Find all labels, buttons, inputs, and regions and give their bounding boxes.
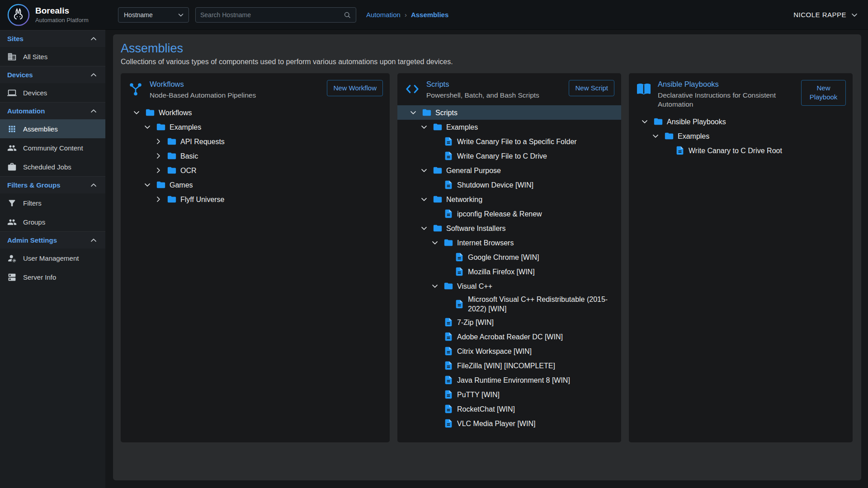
chevron-spacer xyxy=(430,346,440,356)
tree-item-microsoft-visual-c-redistributable-2015-2022-win[interactable]: Microsoft Visual C++ Redistributable (20… xyxy=(397,293,621,315)
ansible-playbooks-panel: Ansible Playbooks Declarative Instructio… xyxy=(629,73,853,442)
sidebar-nav: SitesAll SitesDevicesDevicesAutomationAs… xyxy=(0,30,105,286)
sidebar-item-user-management[interactable]: User Management xyxy=(0,249,105,267)
tree-item-label: Write Canary to C Drive Root xyxy=(689,145,782,157)
assemblies-page: Assemblies Collections of various types … xyxy=(113,34,861,480)
tree-item-ipconfig-release-renew[interactable]: ipconfig Release & Renew xyxy=(397,206,621,221)
search-input[interactable] xyxy=(200,11,343,19)
tree-item-ocr[interactable]: OCR xyxy=(121,163,390,178)
chevron-down-icon[interactable] xyxy=(419,165,429,175)
breadcrumb-automation[interactable]: Automation xyxy=(366,11,401,19)
breadcrumb-assemblies[interactable]: Assemblies xyxy=(411,11,448,19)
chevron-down-icon[interactable] xyxy=(419,194,429,204)
chevron-down-icon[interactable] xyxy=(651,131,660,141)
tree-item-examples[interactable]: Examples xyxy=(629,129,853,143)
chevron-down-icon[interactable] xyxy=(430,238,440,248)
tree-item-label: Internet Browsers xyxy=(457,237,514,249)
chevron-spacer xyxy=(430,332,440,342)
tree-item-games[interactable]: Games xyxy=(121,178,390,192)
tree-item-basic[interactable]: Basic xyxy=(121,149,390,163)
book-icon xyxy=(636,81,652,97)
folder-icon xyxy=(433,223,443,233)
search-icon[interactable] xyxy=(343,11,351,19)
chevron-spacer xyxy=(430,151,440,161)
tree-item-filezilla-win-incomplete[interactable]: FileZilla [WIN] [INCOMPLETE] xyxy=(397,358,621,373)
chevron-down-icon[interactable] xyxy=(640,117,650,127)
tree-item-shutdown-device-win[interactable]: Shutdown Device [WIN] xyxy=(397,178,621,192)
tree-item-software-installers[interactable]: Software Installers xyxy=(397,221,621,235)
chevron-spacer xyxy=(430,404,440,414)
tree-item-ansible-playbooks[interactable]: Ansible Playbooks xyxy=(629,114,853,129)
tree-item-putty-win[interactable]: PuTTY [WIN] xyxy=(397,387,621,402)
scripts-panel-header: Scripts Powershell, Batch, and Bash Scri… xyxy=(397,80,621,100)
tree-item-citrix-workspace-win[interactable]: Citrix Workspace [WIN] xyxy=(397,344,621,358)
new-workflow-button[interactable]: New Workflow xyxy=(327,80,383,96)
panel-subtitle: Powershell, Batch, and Bash Scripts xyxy=(426,91,563,100)
tree-item-write-canary-to-c-drive-root[interactable]: Write Canary to C Drive Root xyxy=(629,143,853,158)
sidebar-item-groups[interactable]: Groups xyxy=(0,212,105,231)
chevron-down-icon[interactable] xyxy=(430,281,440,291)
tree-item-7-zip-win[interactable]: 7-Zip [WIN] xyxy=(397,315,621,329)
breadcrumb-separator: › xyxy=(405,11,407,19)
tree-item-vlc-media-player-win[interactable]: VLC Media Player [WIN] xyxy=(397,416,621,431)
tree-item-examples[interactable]: Examples xyxy=(121,120,390,134)
brand: Borealis Automation Platform xyxy=(0,4,105,26)
sidebar-section-filters-groups[interactable]: Filters & Groups xyxy=(0,176,105,193)
sidebar-section-admin-settings[interactable]: Admin Settings xyxy=(0,231,105,249)
sidebar-item-scheduled-jobs[interactable]: Scheduled Jobs xyxy=(0,157,105,176)
tree-item-label: Write Canary File to a Specific Folder xyxy=(457,136,577,148)
folder-icon xyxy=(443,238,453,248)
tree-item-api-requests[interactable]: API Requests xyxy=(121,134,390,149)
chevron-up-icon xyxy=(89,236,98,245)
tree-item-visual-c[interactable]: Visual C++ xyxy=(397,279,621,293)
sidebar-item-assemblies[interactable]: Assemblies xyxy=(0,119,105,138)
tree-item-general-purpose[interactable]: General Purpose xyxy=(397,163,621,178)
chevron-right-icon[interactable] xyxy=(153,136,163,146)
tree-item-label: Basic xyxy=(180,150,198,162)
chevron-right-icon[interactable] xyxy=(153,194,163,204)
ansible-panel-titles: Ansible Playbooks Declarative Instructio… xyxy=(658,80,795,109)
tree-item-adobe-acrobat-reader-dc-win[interactable]: Adobe Acrobat Reader DC [WIN] xyxy=(397,329,621,344)
hostname-select[interactable]: Hostname xyxy=(118,7,189,23)
tree-item-label: Java Runtime Environment 8 [WIN] xyxy=(457,374,570,386)
chevron-right-icon[interactable] xyxy=(153,151,163,161)
chevron-down-icon[interactable] xyxy=(142,180,152,190)
chevron-down-icon[interactable] xyxy=(142,122,152,132)
tree-item-flyff-universe[interactable]: Flyff Universe xyxy=(121,192,390,206)
chevron-down-icon[interactable] xyxy=(132,108,142,117)
sidebar-item-server-info[interactable]: Server Info xyxy=(0,267,105,286)
tree-item-rocketchat-win[interactable]: RocketChat [WIN] xyxy=(397,402,621,416)
sidebar-item-filters[interactable]: Filters xyxy=(0,193,105,212)
tree-item-mozilla-firefox-win[interactable]: Mozilla Firefox [WIN] xyxy=(397,264,621,279)
panel-title: Workflows xyxy=(150,80,321,89)
user-menu[interactable]: NICOLE RAPPE xyxy=(793,10,859,19)
sidebar-item-label: Server Info xyxy=(23,273,56,281)
tree-item-java-runtime-environment-8-win[interactable]: Java Runtime Environment 8 [WIN] xyxy=(397,373,621,387)
new-script-button[interactable]: New Script xyxy=(569,80,614,96)
sidebar-section-sites[interactable]: Sites xyxy=(0,30,105,47)
tree-item-examples[interactable]: Examples xyxy=(397,120,621,134)
tree-item-write-canary-file-to-a-specific-folder[interactable]: Write Canary File to a Specific Folder xyxy=(397,134,621,149)
chevron-right-icon[interactable] xyxy=(153,165,163,175)
folder-icon xyxy=(443,281,453,291)
tree-item-internet-browsers[interactable]: Internet Browsers xyxy=(397,235,621,250)
sidebar-item-devices[interactable]: Devices xyxy=(0,83,105,102)
chevron-spacer xyxy=(441,299,451,309)
sidebar-section-devices[interactable]: Devices xyxy=(0,66,105,83)
sidebar-item-all-sites[interactable]: All Sites xyxy=(0,47,105,66)
chevron-down-icon[interactable] xyxy=(419,223,429,233)
tree-item-google-chrome-win[interactable]: Google Chrome [WIN] xyxy=(397,250,621,264)
tree-item-workflows[interactable]: Workflows xyxy=(121,105,390,120)
sidebar-section-automation[interactable]: Automation xyxy=(0,102,105,119)
tree-item-scripts[interactable]: Scripts xyxy=(397,105,621,120)
tree-item-networking[interactable]: Networking xyxy=(397,192,621,206)
chevron-down-icon[interactable] xyxy=(408,108,418,117)
chevron-down-icon[interactable] xyxy=(419,122,429,132)
tree-item-label: Networking xyxy=(446,193,482,206)
chevron-spacer xyxy=(441,252,451,262)
new-playbook-button[interactable]: New Playbook xyxy=(801,80,846,106)
folder-icon xyxy=(156,180,166,190)
sidebar-item-community-content[interactable]: Community Content xyxy=(0,138,105,157)
chevron-up-icon xyxy=(89,181,98,190)
tree-item-write-canary-file-to-c-drive[interactable]: Write Canary File to C Drive xyxy=(397,149,621,163)
